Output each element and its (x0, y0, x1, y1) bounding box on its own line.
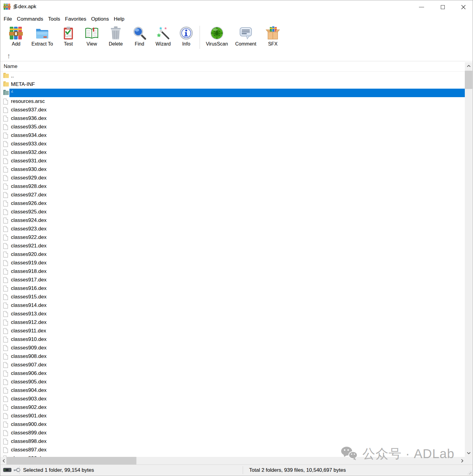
file-name: classes917.dex (11, 277, 46, 283)
list-item[interactable]: classes896.dex (1, 454, 465, 457)
list-item[interactable]: classes923.dex (1, 225, 465, 233)
vertical-scroll-thumb[interactable] (465, 71, 472, 89)
sfx-button[interactable]: SFX (260, 25, 286, 47)
file-name: classes926.dex (11, 200, 46, 206)
list-item[interactable]: classes922.dex (1, 233, 465, 242)
list-item[interactable]: classes931.dex (1, 157, 465, 165)
list-item[interactable]: classes925.dex (1, 208, 465, 216)
file-name: classes911.dex (11, 328, 46, 334)
list-item[interactable]: classes928.dex (1, 182, 465, 191)
delete-button[interactable]: Delete (104, 25, 128, 47)
horizontal-scrollbar[interactable] (1, 457, 465, 465)
list-item[interactable]: classes930.dex (1, 165, 465, 174)
list-item[interactable]: classes899.dex (1, 429, 465, 437)
file-name-cell: classes920.dex (9, 250, 465, 259)
list-item[interactable]: ∠ (1, 89, 465, 97)
add-button[interactable]: Add (5, 25, 28, 47)
resize-grip[interactable] (467, 470, 471, 474)
scroll-left-button[interactable] (1, 457, 7, 465)
view-button[interactable]: View (80, 25, 104, 47)
list-item[interactable]: classes909.dex (1, 344, 465, 352)
file-name-cell: classes935.dex (9, 123, 465, 131)
list-item[interactable]: classes906.dex (1, 369, 465, 378)
list-item[interactable]: classes903.dex (1, 395, 465, 403)
column-header-name[interactable]: Name (1, 62, 465, 72)
list-item[interactable]: classes927.dex (1, 191, 465, 199)
menu-help[interactable]: Help (111, 15, 127, 23)
list-item[interactable]: classes919.dex (1, 259, 465, 267)
list-item[interactable]: classes918.dex (1, 267, 465, 276)
list-item[interactable]: .. (1, 72, 465, 80)
list-item[interactable]: classes932.dex (1, 148, 465, 157)
list-item[interactable]: classes901.dex (1, 412, 465, 420)
wizard-button[interactable]: Wizard (151, 25, 175, 47)
list-item[interactable]: classes900.dex (1, 420, 465, 429)
up-one-level-button[interactable]: ↑ (4, 51, 13, 60)
menu-favorites[interactable]: Favorites (63, 15, 89, 23)
chevron-up-icon (467, 65, 471, 67)
list-item[interactable]: classes920.dex (1, 250, 465, 259)
list-item[interactable]: classes916.dex (1, 284, 465, 293)
extract-to-button[interactable]: Extract To (28, 25, 57, 47)
list-item[interactable]: classes936.dex (1, 114, 465, 123)
file-name: classes924.dex (11, 217, 46, 223)
menu-options[interactable]: Options (89, 15, 111, 23)
maximize-button[interactable] (437, 2, 448, 12)
chevron-down-icon (467, 452, 471, 454)
file-name: classes915.dex (11, 294, 46, 300)
comment-button[interactable]: Comment (231, 25, 260, 47)
file-name: classes932.dex (11, 149, 46, 155)
scroll-down-button[interactable] (465, 449, 472, 457)
list-item[interactable]: classes921.dex (1, 242, 465, 250)
test-clipboard-icon (61, 26, 76, 40)
file-name-cell: classes901.dex (9, 412, 465, 420)
up-arrow-icon: ↑ (7, 52, 11, 60)
selection-status: Selected 1 folder, 99,154 bytes (23, 467, 94, 473)
menu-commands[interactable]: Commands (14, 15, 46, 23)
list-item[interactable]: classes904.dex (1, 386, 465, 395)
find-button[interactable]: Find (128, 25, 151, 47)
virusscan-button[interactable]: VirusScan (202, 25, 231, 47)
list-item[interactable]: resources.arsc (1, 97, 465, 106)
list-item[interactable]: classes905.dex (1, 378, 465, 386)
list-item[interactable]: classes929.dex (1, 174, 465, 182)
list-item[interactable]: classes915.dex (1, 293, 465, 301)
list-item[interactable]: classes912.dex (1, 318, 465, 327)
list-item[interactable]: classes910.dex (1, 335, 465, 344)
list-item[interactable]: classes913.dex (1, 310, 465, 318)
scroll-right-button[interactable] (459, 457, 465, 465)
list-item[interactable]: classes902.dex (1, 403, 465, 412)
file-icon (3, 99, 9, 104)
list-item[interactable]: META-INF (1, 80, 465, 89)
file-name: classes930.dex (11, 166, 46, 172)
file-icon (3, 294, 9, 300)
menu-tools[interactable]: Tools (46, 15, 63, 23)
find-label: Find (135, 41, 144, 47)
file-name-cell: classes899.dex (9, 429, 465, 437)
file-name-cell: classes904.dex (9, 386, 465, 395)
info-button[interactable]: Info (175, 25, 197, 47)
toolbar-separator (200, 26, 200, 49)
close-button[interactable] (458, 2, 468, 12)
list-item[interactable]: classes937.dex (1, 106, 465, 114)
list-item[interactable]: classes934.dex (1, 131, 465, 140)
list-item[interactable]: classes911.dex (1, 327, 465, 335)
list-item[interactable]: classes898.dex (1, 437, 465, 446)
list-item[interactable]: classes897.dex (1, 446, 465, 454)
test-button[interactable]: Test (57, 25, 80, 47)
vertical-scrollbar[interactable] (465, 62, 472, 457)
list-item[interactable]: classes933.dex (1, 140, 465, 148)
list-item[interactable]: classes935.dex (1, 123, 465, 131)
horizontal-scroll-thumb[interactable] (6, 457, 136, 465)
list-item[interactable]: classes924.dex (1, 216, 465, 225)
list-item[interactable]: classes907.dex (1, 361, 465, 369)
scroll-up-button[interactable] (465, 62, 472, 70)
drive-icon[interactable] (3, 467, 12, 473)
list-item[interactable]: classes917.dex (1, 276, 465, 284)
list-item[interactable]: classes926.dex (1, 199, 465, 208)
list-item[interactable]: classes914.dex (1, 301, 465, 310)
menu-file[interactable]: File (1, 15, 14, 23)
list-item[interactable]: classes908.dex (1, 352, 465, 361)
file-name-cell: classes916.dex (9, 284, 465, 293)
minimize-button[interactable] (416, 2, 427, 12)
